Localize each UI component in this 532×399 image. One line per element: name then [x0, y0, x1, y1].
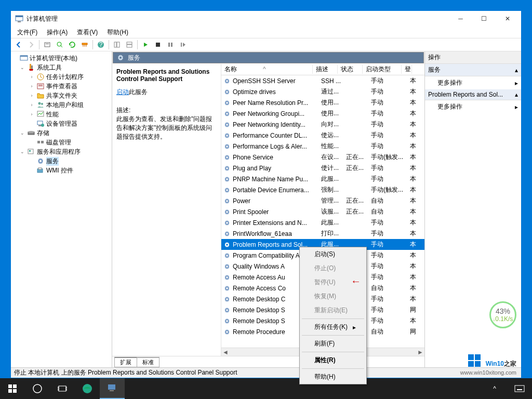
service-row[interactable]: Power管理...正在...自动本 — [221, 195, 424, 206]
toolbar-btn[interactable] — [42, 39, 53, 50]
nav-tree[interactable]: 计算机管理(本地) ⌄系统工具 ›任务计划程序 ›事件查看器 ›共享文件夹 ›本… — [11, 51, 112, 367]
menu-file[interactable]: 文件(F) — [13, 27, 42, 38]
help-button[interactable]: ? — [95, 39, 107, 50]
service-row[interactable]: Print Spooler该服...正在...自动本 — [221, 206, 424, 217]
tree-local-users[interactable]: 本地用户和组 — [46, 101, 84, 110]
actions-more[interactable]: 更多操作▸ — [425, 76, 521, 89]
pause-button[interactable] — [165, 39, 176, 50]
service-row[interactable]: Peer Name Resolution Pr...使用...手动本 — [221, 97, 424, 108]
taskbar-mmc[interactable] — [100, 378, 125, 399]
task-view-button[interactable] — [50, 378, 75, 399]
svg-rect-2 — [18, 21, 21, 22]
svg-point-48 — [226, 156, 228, 158]
meter-percent: 43% — [496, 307, 510, 315]
tree-storage[interactable]: 存储 — [37, 129, 49, 138]
service-row[interactable]: Performance Logs & Aler...性能...手动本 — [221, 141, 424, 152]
col-state[interactable]: 状态 — [338, 65, 363, 74]
ctx-properties[interactable]: 属性(R) — [300, 353, 366, 367]
tray-up[interactable]: ^ — [482, 378, 507, 399]
service-row[interactable]: Performance Counter DL...使远...手动本 — [221, 130, 424, 141]
svg-rect-23 — [38, 85, 43, 85]
desc-text: 此服务为查看、发送和删除"问题报告和解决方案"控制面板的系统级问题报告提供支持。 — [116, 115, 217, 141]
toolbar-btn[interactable] — [111, 39, 123, 50]
forward-button[interactable] — [25, 39, 37, 50]
restart-button[interactable] — [177, 39, 189, 50]
actions-group-services[interactable]: 服务▴ — [425, 64, 521, 76]
tab-extended[interactable]: 扩展 — [114, 357, 137, 367]
svg-point-46 — [226, 135, 228, 137]
menu-action[interactable]: 操作(A) — [43, 27, 72, 38]
svg-point-63 — [226, 320, 228, 322]
svg-rect-79 — [110, 390, 114, 391]
tree-device-manager[interactable]: 设备管理器 — [46, 119, 77, 128]
view-tabs: 扩展 标准 — [112, 356, 424, 367]
toolbar-btn[interactable] — [54, 39, 65, 50]
start-link[interactable]: 启动 — [116, 88, 129, 96]
context-menu: 启动(S) 停止(O) 暂停(U) 恢复(M) 重新启动(E) 所有任务(K)▸… — [299, 247, 367, 384]
service-row[interactable]: Phone Service在设...正在...手动(触发...本 — [221, 152, 424, 163]
service-row[interactable]: OpenSSH SSH ServerSSH ...手动本 — [221, 75, 424, 86]
desc-label: 描述: — [116, 106, 217, 115]
svg-rect-75 — [58, 387, 59, 390]
service-row[interactable]: Printer Extensions and N...此服...手动本 — [221, 217, 424, 228]
svg-point-25 — [38, 102, 41, 105]
start-button[interactable] — [0, 378, 25, 399]
tab-standard[interactable]: 标准 — [137, 357, 159, 367]
svg-point-41 — [226, 80, 228, 82]
maximize-button[interactable]: ☐ — [472, 11, 496, 26]
stop-button[interactable] — [152, 39, 164, 50]
menu-view[interactable]: 查看(V) — [73, 27, 102, 38]
ctx-all-tasks[interactable]: 所有任务(K)▸ — [300, 320, 366, 334]
cortana-button[interactable] — [25, 378, 50, 399]
tree-wmi[interactable]: WMI 控件 — [46, 166, 73, 175]
tree-system-tools[interactable]: 系统工具 — [37, 63, 62, 72]
col-name[interactable]: 名称^ — [221, 65, 313, 74]
tree-services-apps[interactable]: 服务和应用程序 — [37, 148, 81, 156]
col-desc[interactable]: 描述 — [313, 65, 338, 74]
svg-rect-36 — [29, 150, 31, 152]
svg-rect-3 — [45, 43, 50, 47]
ctx-start[interactable]: 启动(S) — [300, 247, 366, 261]
service-row[interactable]: PNRP Machine Name Pu...此服...手动本 — [221, 174, 424, 184]
toolbar-btn[interactable] — [79, 39, 90, 50]
svg-rect-11 — [127, 42, 132, 44]
service-row[interactable]: PrintWorkflow_61eaa打印...手动本 — [221, 228, 424, 239]
service-row[interactable]: Plug and Play使计...正在...手动本 — [221, 163, 424, 174]
minimize-button[interactable]: ─ — [449, 11, 472, 26]
ctx-help[interactable]: 帮助(H) — [300, 370, 366, 384]
svg-point-5 — [57, 42, 61, 46]
tree-disk-mgmt[interactable]: 磁盘管理 — [46, 138, 71, 147]
svg-rect-10 — [117, 42, 119, 47]
svg-rect-67 — [468, 361, 474, 367]
close-button[interactable]: ✕ — [496, 11, 519, 26]
col-start[interactable]: 启动类型 — [363, 65, 402, 74]
network-meter[interactable]: 43% ↓0.1K/s — [489, 301, 516, 328]
titlebar: 计算机管理 ─ ☐ ✕ — [11, 11, 521, 26]
service-row[interactable]: Peer Networking Groupi...使用...手动本 — [221, 108, 424, 119]
taskbar[interactable]: ^ — [0, 378, 532, 399]
tree-task-scheduler[interactable]: 任务计划程序 — [46, 73, 84, 82]
service-row[interactable]: Portable Device Enumera...强制...手动(触发...本 — [221, 184, 424, 195]
actions-more[interactable]: 更多操作▸ — [425, 100, 521, 113]
col-logon[interactable]: 登 — [402, 65, 412, 74]
service-row[interactable]: Optimize drives通过...手动本 — [221, 86, 424, 97]
tree-services[interactable]: 服务 — [46, 157, 59, 166]
list-header[interactable]: 名称^ 描述 状态 启动类型 登 — [221, 64, 424, 75]
svg-rect-74 — [59, 386, 66, 391]
tray-keyboard[interactable] — [507, 378, 532, 399]
toolbar-btn[interactable] — [66, 39, 78, 50]
back-button[interactable] — [13, 39, 24, 50]
service-row[interactable]: Peer Networking Identity...向对...手动本 — [221, 119, 424, 130]
tree-performance[interactable]: 性能 — [46, 110, 59, 119]
tree-event-viewer[interactable]: 事件查看器 — [46, 82, 77, 91]
tree-shared-folders[interactable]: 共享文件夹 — [46, 91, 77, 100]
toolbar: ? — [11, 38, 521, 51]
menu-help[interactable]: 帮助(H) — [103, 27, 132, 38]
taskbar-edge[interactable] — [75, 378, 100, 399]
tree-root[interactable]: 计算机管理(本地) — [30, 54, 77, 63]
ctx-refresh[interactable]: 刷新(F) — [300, 337, 366, 351]
play-button[interactable] — [140, 39, 151, 50]
actions-group-selected[interactable]: Problem Reports and Sol...▴ — [425, 89, 521, 100]
ctx-resume: 恢复(M) — [300, 289, 366, 303]
toolbar-btn[interactable] — [124, 39, 135, 50]
